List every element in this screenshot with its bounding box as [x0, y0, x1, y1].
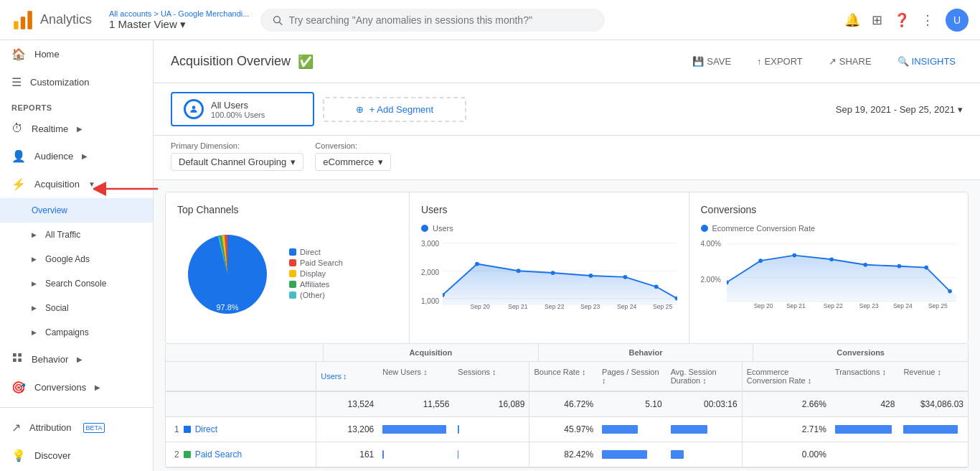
insights-button[interactable]: 🔍 INSIGHTS: [890, 52, 963, 71]
save-button[interactable]: 💾 SAVE: [685, 52, 738, 71]
paid-search-link[interactable]: Paid Search: [195, 449, 242, 460]
date-range-picker[interactable]: Sep 19, 2021 - Sep 25, 2021 ▾: [836, 104, 963, 115]
audience-icon: 👤: [11, 149, 26, 163]
bar: [671, 450, 684, 459]
help-icon[interactable]: ❓: [894, 12, 910, 28]
revenue-col-header[interactable]: Revenue ↕: [899, 362, 968, 391]
svg-line-4: [280, 22, 282, 24]
top-channels-title: Top Channels: [177, 204, 397, 215]
primary-dimension-group: Primary Dimension: Default Channel Group…: [171, 141, 303, 171]
conversion-dimension-group: Conversion: eCommerce ▾: [315, 141, 391, 171]
share-icon: ↗: [829, 56, 837, 67]
search-bar[interactable]: [260, 9, 605, 32]
channel-col-header: [166, 362, 316, 391]
account-view[interactable]: 1 Master View ▾: [109, 18, 249, 31]
svg-rect-6: [18, 353, 22, 357]
customization-icon: ☰: [11, 75, 22, 89]
sidebar-item-social[interactable]: ▶ Social: [0, 296, 153, 320]
svg-point-33: [758, 258, 763, 263]
primary-dimension-chevron-icon: ▾: [291, 157, 296, 167]
realtime-expand-icon: ▶: [77, 125, 83, 133]
avatar[interactable]: U: [946, 9, 969, 32]
sidebar-item-overview[interactable]: Overview: [0, 198, 153, 223]
save-icon: 💾: [692, 56, 704, 67]
legend-direct: Direct: [300, 248, 321, 256]
account-info[interactable]: All accounts > UA - Google Merchandi... …: [109, 9, 249, 31]
users-chart: 3,000 2,000 1,000: [421, 238, 677, 332]
audience-expand-icon: ▶: [82, 152, 88, 160]
page-header: Acquisition Overview ✅ 💾 SAVE ↑ EXPORT ↗…: [154, 40, 980, 83]
acquisition-expand-icon: ▼: [88, 180, 95, 188]
sidebar-item-behavior[interactable]: Behavior ▶: [0, 345, 153, 373]
row-1-users: 13,206: [316, 417, 378, 442]
svg-rect-1: [21, 17, 25, 29]
page-header-actions: 💾 SAVE ↑ EXPORT ↗ SHARE 🔍 INSIGHTS: [685, 52, 963, 71]
sidebar-item-searchconsole[interactable]: ▶ Search Console: [0, 271, 153, 296]
more-icon[interactable]: ⋮: [921, 12, 934, 28]
svg-point-17: [517, 269, 521, 273]
segment-circle-icon: [184, 99, 204, 119]
sidebar-item-googleads[interactable]: ▶ Google Ads: [0, 247, 153, 271]
svg-point-16: [475, 262, 479, 266]
row-2-bounce: 82.42%: [529, 442, 598, 467]
add-segment-button[interactable]: ⊕ + Add Segment: [323, 97, 466, 122]
pie-container: 97.8% Direct Paid Search Display Affilia…: [177, 224, 397, 325]
svg-rect-5: [13, 353, 17, 357]
totals-bounce: 46.72%: [529, 392, 598, 416]
ecom-conv-col-header[interactable]: Ecommerce Conversion Rate ↕: [742, 362, 831, 391]
legend-other: (Other): [300, 291, 325, 299]
users-title: Users: [421, 204, 677, 215]
search-input[interactable]: [289, 14, 594, 26]
row-1-ecom: 2.71%: [742, 417, 831, 442]
sidebar-item-audience[interactable]: 👤 Audience ▶: [0, 142, 153, 170]
sidebar-item-attribution[interactable]: ↗ Attribution BETA: [0, 414, 153, 442]
sidebar-item-realtime[interactable]: ⏱ Realtime ▶: [0, 115, 153, 142]
conversion-chevron-icon: ▾: [378, 157, 383, 167]
primary-dimension-dropdown[interactable]: Default Channel Grouping ▾: [171, 153, 303, 171]
top-nav: Analytics All accounts > UA - Google Mer…: [0, 0, 980, 40]
beta-badge: BETA: [83, 423, 105, 433]
table-row: 2 Paid Search 161 82.42% 0.00%: [166, 442, 968, 467]
pages-session-col-header[interactable]: Pages / Session ↕: [598, 362, 666, 391]
bell-icon[interactable]: 🔔: [844, 12, 860, 28]
sidebar-item-acquisition[interactable]: ⚡ Acquisition ▼: [0, 170, 153, 198]
share-button[interactable]: ↗ SHARE: [821, 52, 879, 71]
sidebar-item-customization[interactable]: ☰ Customization: [0, 68, 153, 96]
users-col-header[interactable]: Users ↕: [316, 362, 378, 391]
row-1-pages-bar: [598, 417, 666, 442]
avg-session-col-header[interactable]: Avg. Session Duration ↕: [666, 362, 742, 391]
svg-text:Sep 21: Sep 21: [508, 303, 528, 310]
sessions-col-header[interactable]: Sessions ↕: [453, 362, 529, 391]
svg-text:Sep 21: Sep 21: [786, 302, 805, 309]
realtime-icon: ⏱: [11, 122, 23, 135]
grid-icon[interactable]: ⊞: [872, 12, 882, 28]
conversion-dropdown[interactable]: eCommerce ▾: [315, 153, 391, 171]
transactions-col-header[interactable]: Transactions ↕: [831, 362, 900, 391]
sidebar-item-home[interactable]: 🏠 Home: [0, 40, 153, 68]
dimension-row: Primary Dimension: Default Channel Group…: [154, 136, 980, 180]
acquisition-group-header: Acquisition: [324, 344, 539, 361]
sidebar-item-alltraffic[interactable]: ▶ All Traffic: [0, 223, 153, 247]
sidebar-item-campaigns[interactable]: ▶ Campaigns: [0, 320, 153, 345]
table-row: 1 Direct 13,206 45.97% 2.71%: [166, 417, 968, 442]
sidebar-item-conversions[interactable]: 🎯 Conversions ▶: [0, 373, 153, 401]
new-users-col-header[interactable]: New Users ↕: [378, 362, 453, 391]
export-button[interactable]: ↑ EXPORT: [750, 52, 810, 71]
svg-text:Sep 22: Sep 22: [823, 302, 842, 309]
totals-users: 13,524: [316, 392, 378, 416]
users-line-chart: Sep 20 Sep 21 Sep 22 Sep 23 Sep 24 Sep 2…: [443, 238, 677, 310]
attribution-icon: ↗: [11, 421, 21, 434]
verified-icon: ✅: [298, 54, 314, 70]
table-group-headers: Acquisition Behavior Conversions: [166, 344, 968, 362]
row-2-revenue-bar: [899, 442, 968, 467]
all-users-segment[interactable]: All Users 100.00% Users: [171, 92, 314, 126]
segments-row: All Users 100.00% Users ⊕ + Add Segment …: [154, 83, 980, 136]
totals-new-users: 11,556: [378, 392, 453, 416]
row-1-trans-bar: [831, 417, 900, 442]
direct-link[interactable]: Direct: [195, 424, 217, 434]
totals-avg-session: 00:03:16: [666, 392, 742, 416]
svg-text:97.8%: 97.8%: [216, 303, 238, 312]
sidebar-item-discover[interactable]: 💡 Discover: [0, 442, 153, 470]
bounce-rate-col-header[interactable]: Bounce Rate ↕: [529, 362, 598, 391]
paid-search-color-swatch: [184, 451, 191, 458]
